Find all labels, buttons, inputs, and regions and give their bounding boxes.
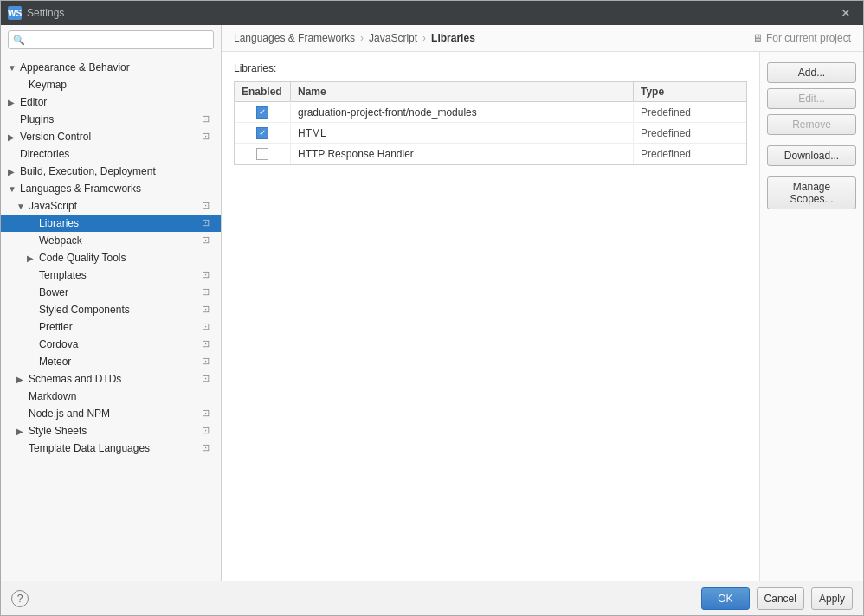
project-icon: 🖥: [752, 32, 763, 44]
sidebar-item-javascript[interactable]: ▼ JavaScript ⊡: [1, 197, 221, 215]
external-icon: ⊡: [202, 217, 214, 229]
add-button[interactable]: Add...: [767, 62, 856, 83]
arrow-icon: ▶: [16, 427, 27, 436]
table-row: HTTP Response Handler Predefined: [235, 144, 746, 164]
sidebar-item-styled-components[interactable]: Styled Components ⊡: [1, 301, 221, 318]
external-icon: ⊡: [202, 304, 214, 316]
ok-button[interactable]: OK: [701, 587, 749, 610]
sidebar-item-prettier[interactable]: Prettier ⊡: [1, 318, 221, 336]
sidebar-item-meteor[interactable]: Meteor ⊡: [1, 353, 221, 370]
row-checkbox[interactable]: [256, 148, 268, 160]
sidebar-item-stylesheets[interactable]: ▶ Style Sheets ⊡: [1, 422, 221, 440]
project-label: 🖥 For current project: [752, 32, 851, 44]
help-button[interactable]: ?: [11, 590, 29, 607]
sidebar-item-label: Libraries: [39, 217, 202, 229]
external-icon: ⊡: [202, 113, 214, 125]
breadcrumb-part2: JavaScript: [369, 32, 417, 44]
sidebar-item-label: Keymap: [29, 79, 214, 91]
close-button[interactable]: ✕: [835, 4, 856, 22]
table-row: graduation-project-front/node_modules Pr…: [235, 102, 746, 123]
row-checkbox[interactable]: [256, 106, 268, 119]
sidebar-item-code-quality[interactable]: ▶ Code Quality Tools: [1, 249, 221, 266]
external-icon: ⊡: [202, 234, 214, 247]
cancel-button[interactable]: Cancel: [757, 587, 804, 610]
sidebar-item-schemas[interactable]: ▶ Schemas and DTDs ⊡: [1, 370, 221, 388]
titlebar: WS Settings ✕: [1, 1, 863, 25]
buttons-panel: Add... Edit... Remove Download... Manage…: [759, 52, 863, 581]
sidebar-item-label: Node.js and NPM: [29, 407, 202, 420]
external-icon: ⊡: [202, 200, 214, 212]
search-box: 🔍: [1, 25, 221, 55]
sidebar-item-label: Template Data Languages: [29, 442, 202, 454]
row-name-cell: graduation-project-front/node_modules: [291, 103, 634, 122]
arrow-icon: ▶: [8, 98, 18, 107]
sidebar-item-templates[interactable]: Templates ⊡: [1, 266, 221, 284]
breadcrumb-sep2: ›: [422, 32, 426, 44]
apply-button[interactable]: Apply: [811, 587, 853, 610]
row-type-cell: Predefined: [634, 144, 746, 164]
sidebar-item-directories[interactable]: Directories: [1, 145, 221, 163]
sidebar-item-label: Style Sheets: [29, 425, 202, 437]
sidebar-item-bower[interactable]: Bower ⊡: [1, 284, 221, 301]
sidebar-item-webpack[interactable]: Webpack ⊡: [1, 232, 221, 249]
arrow-icon: ▶: [27, 253, 37, 263]
sidebar-item-nodejs[interactable]: Node.js and NPM ⊡: [1, 405, 221, 422]
sidebar-item-label: Build, Execution, Deployment: [20, 165, 214, 177]
sidebar-item-cordova[interactable]: Cordova ⊡: [1, 336, 221, 353]
arrow-icon: ▼: [16, 202, 27, 211]
sidebar-item-label: Directories: [20, 148, 214, 160]
sidebar-item-keymap[interactable]: Keymap: [1, 76, 221, 93]
settings-window: WS Settings ✕ 🔍 ▼ Appearance & Behavior: [0, 0, 864, 616]
libraries-title: Libraries:: [234, 62, 747, 74]
sidebar-item-plugins[interactable]: Plugins ⊡: [1, 111, 221, 128]
external-icon: ⊡: [202, 442, 214, 454]
row-checkbox[interactable]: [256, 127, 268, 139]
external-icon: ⊡: [202, 356, 214, 368]
sidebar-item-languages[interactable]: ▼ Languages & Frameworks: [1, 180, 221, 197]
search-icon: 🔍: [13, 35, 25, 46]
manage-scopes-button[interactable]: Manage Scopes...: [767, 176, 856, 209]
main-panel: Languages & Frameworks › JavaScript › Li…: [222, 25, 863, 581]
download-button[interactable]: Download...: [767, 145, 856, 166]
sidebar-item-appearance[interactable]: ▼ Appearance & Behavior: [1, 59, 221, 76]
breadcrumb: Languages & Frameworks › JavaScript › Li…: [222, 25, 863, 52]
sidebar-item-label: Templates: [39, 269, 202, 281]
content-area: 🔍 ▼ Appearance & Behavior Keymap ▶: [1, 25, 863, 581]
row-type-cell: Predefined: [634, 124, 746, 143]
row-enabled-cell: [235, 144, 291, 164]
row-name-cell: HTTP Response Handler: [291, 144, 634, 164]
sidebar-item-template-data[interactable]: Template Data Languages ⊡: [1, 440, 221, 457]
sidebar-item-label: Markdown: [29, 390, 214, 402]
sidebar-item-markdown[interactable]: Markdown: [1, 388, 221, 405]
breadcrumb-sep1: ›: [360, 32, 364, 44]
project-label-text: For current project: [766, 32, 851, 44]
remove-button[interactable]: Remove: [767, 114, 856, 135]
col-header-enabled: Enabled: [235, 82, 291, 101]
sidebar-item-label: Webpack: [39, 234, 202, 247]
titlebar-left: WS Settings: [8, 6, 64, 20]
sidebar-item-editor[interactable]: ▶ Editor: [1, 93, 221, 111]
search-wrapper: 🔍: [8, 30, 214, 49]
row-name-cell: HTML: [291, 124, 634, 143]
row-enabled-cell: [235, 103, 291, 122]
sidebar-item-label: Editor: [20, 96, 214, 108]
sidebar-item-libraries[interactable]: Libraries ⊡: [1, 215, 221, 232]
sidebar-item-label: Version Control: [20, 131, 202, 143]
sidebar-tree: ▼ Appearance & Behavior Keymap ▶ Editor …: [1, 55, 221, 581]
panel-content: Libraries: Enabled Name Type gradu: [222, 52, 863, 581]
external-icon: ⊡: [202, 131, 214, 143]
sidebar-item-label: Appearance & Behavior: [20, 61, 214, 74]
sidebar-item-build[interactable]: ▶ Build, Execution, Deployment: [1, 163, 221, 180]
table-header: Enabled Name Type: [235, 82, 746, 102]
window-title: Settings: [27, 7, 64, 19]
edit-button[interactable]: Edit...: [767, 88, 856, 109]
sidebar-item-version-control[interactable]: ▶ Version Control ⊡: [1, 128, 221, 145]
sidebar-item-label: Bower: [39, 286, 202, 298]
sidebar-item-label: Plugins: [20, 113, 202, 125]
sidebar-item-label: Prettier: [39, 321, 202, 333]
arrow-icon: ▼: [8, 63, 18, 73]
libraries-section: Libraries: Enabled Name Type gradu: [222, 52, 759, 581]
search-input[interactable]: [8, 30, 214, 49]
sidebar-item-label: Code Quality Tools: [39, 252, 214, 264]
table-row: HTML Predefined: [235, 123, 746, 144]
